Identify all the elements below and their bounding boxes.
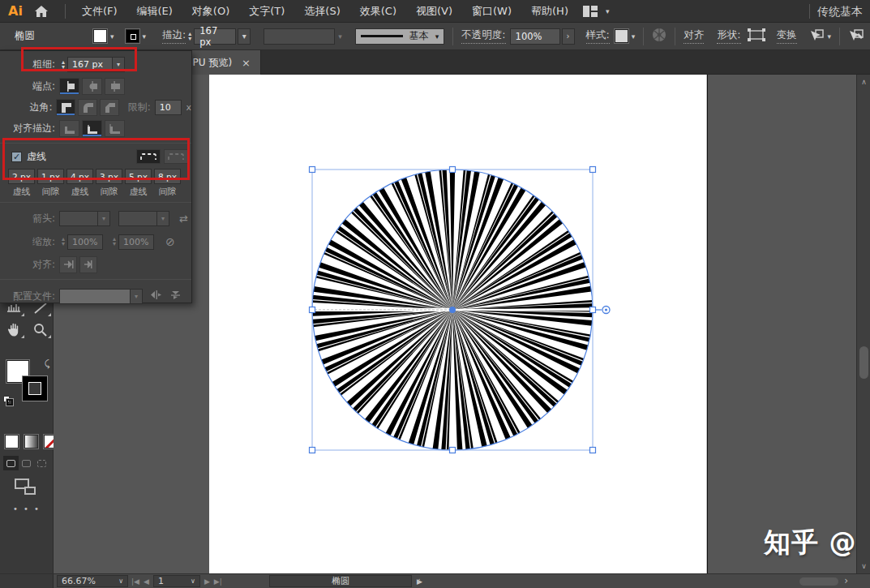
graphic-style-swatch[interactable]	[615, 29, 628, 43]
gap-field-1[interactable]: 1 px	[37, 169, 64, 184]
horizontal-scrollbar-thumb[interactable]	[799, 577, 838, 586]
menu-view[interactable]: 视图(V)	[416, 4, 452, 19]
separator	[452, 28, 453, 45]
menu-window[interactable]: 窗口(W)	[472, 4, 512, 19]
bevel-join-button[interactable]	[100, 99, 119, 116]
swap-fill-stroke-icon[interactable]: ⤸	[45, 358, 50, 369]
live-shape-widget[interactable]	[602, 307, 610, 314]
gap-field-2[interactable]: 3 px	[96, 169, 122, 184]
dash-field-2[interactable]: 4 px	[66, 169, 93, 184]
menu-effect[interactable]: 效果(C)	[360, 4, 396, 19]
scroll-left-icon[interactable]: ‹	[417, 575, 421, 586]
fill-swatch[interactable]	[93, 29, 107, 43]
projecting-cap-button[interactable]	[105, 78, 125, 95]
dash-field-3[interactable]: 5 px	[125, 169, 152, 184]
gradient-button[interactable]	[24, 435, 38, 449]
shape-link[interactable]: 形状:	[717, 28, 740, 44]
gap-field-3[interactable]: 8 px	[154, 169, 181, 184]
scroll-right-icon[interactable]: ›	[844, 575, 848, 586]
arrange-documents-button[interactable]: ▾	[583, 6, 610, 17]
workspace-switcher[interactable]: 传统基本	[817, 0, 870, 23]
first-artboard-button[interactable]: |◀	[131, 577, 139, 586]
style-label[interactable]: 样式:	[586, 28, 610, 44]
zoom-tool-icon[interactable]	[27, 319, 54, 341]
butt-cap-button[interactable]	[59, 78, 79, 95]
stroke-width-stepper[interactable]: ▴▾	[188, 32, 191, 41]
align-stroke-outside-button[interactable]	[105, 120, 125, 137]
stroke-panel-link[interactable]: 描边:	[162, 28, 186, 44]
scroll-up-icon[interactable]: ∧	[857, 78, 870, 86]
align-link[interactable]: 对齐	[684, 28, 704, 44]
hand-tool-icon[interactable]	[0, 319, 27, 341]
draw-inside-button[interactable]	[34, 456, 49, 470]
miter-join-button[interactable]	[56, 99, 75, 116]
close-icon[interactable]: ×	[242, 58, 251, 68]
select-similar-objects-icon[interactable]	[808, 28, 825, 45]
align-stroke-label: 对齐描边:	[2, 122, 55, 135]
scroll-down-icon[interactable]: ∨	[857, 562, 870, 570]
artboard-number-dropdown[interactable]: 1 ∨	[153, 575, 200, 587]
stroke-width-field[interactable]: 167 px	[194, 28, 236, 45]
center-point-widget[interactable]	[449, 307, 456, 313]
align-stroke-inside-button[interactable]	[82, 120, 102, 137]
preserve-dash-button[interactable]	[136, 149, 161, 164]
variable-width-profile-dropdown[interactable]	[264, 28, 335, 45]
transform-link[interactable]: 变换	[777, 28, 797, 44]
home-icon[interactable]	[31, 3, 52, 19]
stroke-swatch[interactable]	[126, 29, 139, 43]
flip-across-icon	[170, 290, 181, 303]
last-artboard-button[interactable]: ▶|	[214, 577, 222, 586]
default-fill-stroke-icon[interactable]	[3, 396, 13, 406]
opacity-field[interactable]: 100%	[510, 28, 560, 45]
chevron-down-icon[interactable]: ▾	[238, 28, 251, 45]
chevron-down-icon[interactable]: ▾	[632, 32, 636, 41]
chevron-down-icon[interactable]: ▾	[828, 32, 832, 41]
opacity-link[interactable]: 不透明度:	[461, 28, 505, 44]
recolor-artwork-icon[interactable]	[652, 28, 666, 45]
weight-label: 粗细:	[2, 58, 55, 71]
chevron-down-icon: ▾	[131, 289, 143, 304]
weight-stepper[interactable]: ▴▾	[62, 60, 65, 70]
shape-widget-icon[interactable]	[748, 28, 765, 44]
draw-normal-button[interactable]	[3, 456, 19, 470]
align-stroke-center-button[interactable]	[59, 120, 79, 137]
chevron-down-icon[interactable]: ▾	[110, 32, 114, 41]
limit-field[interactable]: 10	[155, 100, 182, 115]
horizontal-scrollbar[interactable]: ‹ ›	[417, 574, 856, 588]
chevron-down-icon: ∨	[191, 577, 195, 585]
chevron-down-icon: ▾	[338, 32, 342, 41]
stroke-indicator[interactable]	[23, 376, 47, 401]
dash-gap-labels: 虚线 间隙 虚线 间隙 虚线 间隙	[0, 186, 191, 198]
weight-field[interactable]: 167 px	[67, 57, 113, 72]
menu-file[interactable]: 文件(F)	[82, 4, 118, 19]
dash-field-1[interactable]: 2 px	[8, 169, 35, 184]
isolate-object-icon[interactable]	[848, 28, 864, 45]
align-dash-button[interactable]	[164, 149, 188, 164]
brush-definition-dropdown[interactable]: 基本 ▾	[355, 28, 445, 45]
color-button[interactable]	[5, 435, 19, 449]
menu-object[interactable]: 对象(O)	[192, 4, 229, 19]
menu-select[interactable]: 选择(S)	[304, 4, 340, 19]
next-artboard-button[interactable]: ▶	[204, 577, 210, 586]
change-screen-mode-icon[interactable]	[15, 479, 36, 495]
edit-toolbar-icon[interactable]: • • •	[0, 504, 54, 513]
vertical-scrollbar[interactable]: ∧ ∨	[856, 75, 870, 573]
menu-help[interactable]: 帮助(H)	[531, 4, 568, 19]
arrow-scale-end-field: 100%	[118, 234, 154, 250]
vertical-scrollbar-thumb[interactable]	[859, 346, 868, 379]
draw-behind-button[interactable]	[19, 456, 34, 470]
menu-type[interactable]: 文字(T)	[249, 4, 285, 19]
zoom-level-dropdown[interactable]: 66.67% ∨	[57, 575, 128, 587]
round-cap-button[interactable]	[82, 78, 102, 95]
opacity-options-button[interactable]: ›	[562, 28, 575, 45]
round-join-button[interactable]	[78, 99, 97, 116]
menu-edit[interactable]: 编辑(E)	[137, 4, 173, 19]
previous-artboard-button[interactable]: ◀	[144, 577, 149, 586]
chevron-down-icon[interactable]: ▾	[143, 32, 147, 41]
dashed-line-checkbox[interactable]: ✓	[11, 152, 22, 162]
control-bar: 椭圆 ▾ ▾ 描边: ▴▾ 167 px ▾ ▾ 基本 ▾ 不透明度: 100%…	[0, 23, 870, 50]
chevron-down-icon[interactable]: ▾	[113, 57, 125, 72]
separator	[675, 28, 675, 45]
status-display[interactable]: 椭圆 ▶	[269, 575, 412, 587]
chevron-down-icon: ▾	[606, 7, 610, 15]
